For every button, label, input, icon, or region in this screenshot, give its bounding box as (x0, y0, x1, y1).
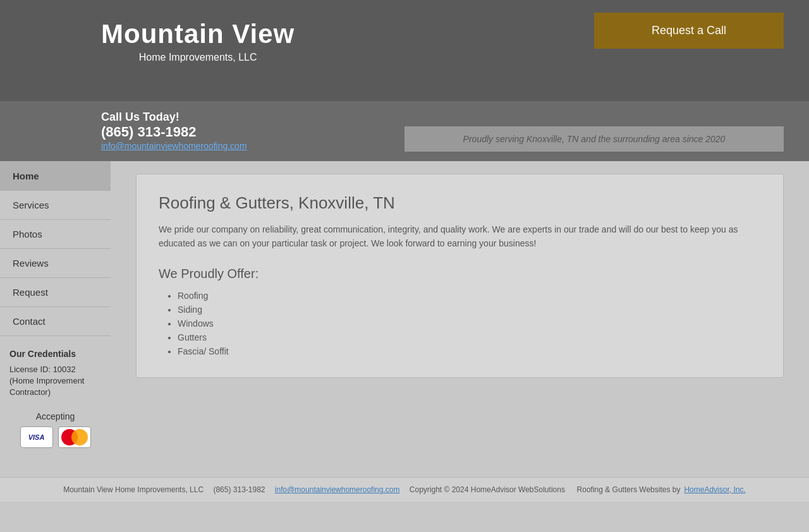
footer-company: Mountain View Home Improvements, LLC (63, 485, 204, 494)
nav-item-photos[interactable]: Photos (0, 220, 111, 249)
brand-block: Mountain View Home Improvements, LLC (101, 13, 295, 63)
serving-banner: Proudly serving Knoxville, TN and the su… (404, 126, 784, 152)
footer-sep2 (269, 485, 271, 494)
nav-link-photos[interactable]: Photos (0, 220, 111, 248)
sidebar: Home Services Photos Reviews Request Con… (0, 161, 111, 477)
footer-email-link[interactable]: info@mountainviewhomeroofing.com (275, 485, 400, 494)
nav-item-services[interactable]: Services (0, 191, 111, 220)
page-title: Roofing & Gutters, Knoxville, TN (159, 193, 761, 213)
service-windows: Windows (178, 317, 761, 330)
phone-number: (865) 313-1982 (101, 124, 247, 140)
nav-item-reviews[interactable]: Reviews (0, 249, 111, 278)
contact-info-block: Call Us Today! (865) 313-1982 info@mount… (101, 111, 247, 152)
content-card: Roofing & Gutters, Knoxville, TN We prid… (136, 174, 784, 378)
footer-websites-text: Roofing & Gutters Websites by (577, 485, 681, 494)
nav-link-reviews[interactable]: Reviews (0, 249, 111, 277)
we-offer-title: We Proudly Offer: (159, 267, 761, 281)
nav-item-contact[interactable]: Contact (0, 307, 111, 336)
nav-item-home[interactable]: Home (0, 161, 111, 191)
call-us-label: Call Us Today! (101, 111, 247, 124)
brand-name: Mountain View (101, 19, 295, 49)
service-fascia-soffit: Fascia/ Soffit (178, 344, 761, 358)
brand-subtitle: Home Improvements, LLC (101, 52, 295, 63)
email-link[interactable]: info@mountainviewhomeroofing.com (101, 141, 247, 151)
footer-sep3 (403, 485, 405, 494)
nav-item-request[interactable]: Request (0, 278, 111, 307)
service-gutters: Gutters (178, 330, 761, 344)
mastercard-icon (58, 426, 91, 448)
credentials-text: License ID: 10032 (Home Improvement Cont… (9, 364, 101, 399)
sidebar-bottom: Our Credentials License ID: 10032 (Home … (0, 336, 111, 461)
service-siding: Siding (178, 303, 761, 317)
nav-link-home[interactable]: Home (0, 162, 111, 190)
page-header: Mountain View Home Improvements, LLC Req… (0, 0, 809, 101)
nav-link-request[interactable]: Request (0, 278, 111, 306)
nav-link-services[interactable]: Services (0, 191, 111, 219)
accepting-label: Accepting (9, 411, 101, 421)
main-layout: Home Services Photos Reviews Request Con… (0, 161, 809, 477)
nav-link-contact[interactable]: Contact (0, 307, 111, 336)
contact-bar: Call Us Today! (865) 313-1982 info@mount… (0, 101, 809, 161)
service-roofing: Roofing (178, 289, 761, 303)
services-list: Roofing Siding Windows Gutters Fascia/ S… (159, 289, 761, 358)
visa-icon: VISA (20, 426, 53, 448)
page-footer: Mountain View Home Improvements, LLC (86… (0, 477, 809, 502)
request-call-button[interactable]: Request a Call (594, 13, 784, 49)
nav-menu: Home Services Photos Reviews Request Con… (0, 161, 111, 336)
footer-copyright: Copyright © 2024 HomeAdvisor WebSolution… (410, 485, 565, 494)
payment-icons: VISA (9, 426, 101, 448)
footer-sep1 (207, 485, 209, 494)
content-area: Roofing & Gutters, Knoxville, TN We prid… (111, 161, 809, 477)
footer-homeadvisor-link[interactable]: HomeAdvisor, Inc. (684, 485, 745, 494)
content-description: We pride our company on reliability, gre… (159, 222, 761, 251)
footer-phone: (865) 313-1982 (213, 485, 265, 494)
footer-sep4 (569, 485, 573, 494)
credentials-title: Our Credentials (9, 349, 101, 359)
